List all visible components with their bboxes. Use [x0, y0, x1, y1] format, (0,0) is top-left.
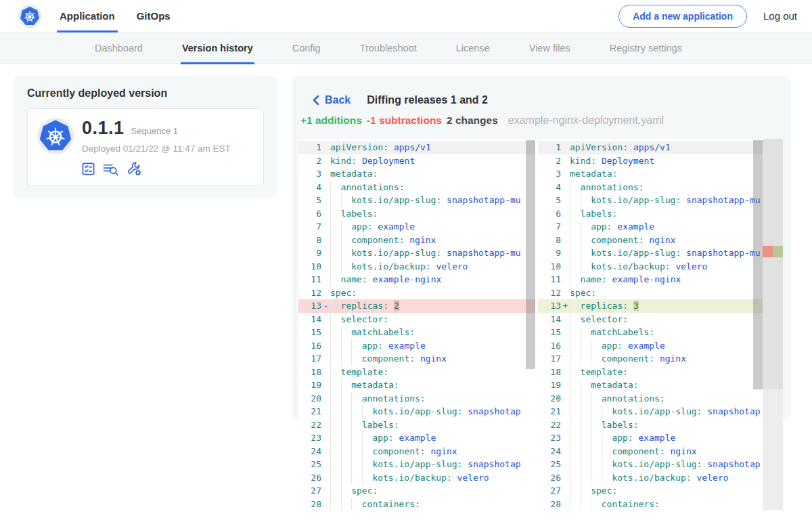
diff-line: 11name: example-nginx — [298, 273, 535, 286]
diff-filename: example-nginx-deployment.yaml — [508, 114, 664, 127]
diff-line: 1apiVersion: apps/v1 — [538, 141, 783, 154]
deployed-version-card: 0.1.1 Sequence 1 Deployed 01/21/22 @ 11:… — [27, 108, 264, 186]
diff-line: 14selector: — [298, 313, 535, 326]
diff-line: 27spec: — [538, 484, 783, 498]
original-code: 1apiVersion: apps/v12kind: Deployment3me… — [298, 141, 535, 510]
back-chevron-icon — [313, 95, 319, 106]
kubernetes-logo — [18, 5, 41, 28]
subnav-item-registry-settings[interactable]: Registry settings — [610, 32, 682, 64]
subnav-item-dashboard[interactable]: Dashboard — [95, 32, 143, 64]
subnav-item-version-history[interactable]: Version history — [182, 32, 253, 64]
changes-count: 2 changes — [447, 114, 498, 127]
diff-header: Back Diffing releases 1 and 2 — [313, 94, 790, 106]
diff-line: 7app: example — [538, 220, 783, 234]
diff-pane-original[interactable]: 1apiVersion: apps/v12kind: Deployment3me… — [298, 139, 535, 510]
diff-line: 10kots.io/backup: velero — [538, 260, 783, 274]
diff-line: 20annotations: — [538, 392, 783, 406]
diff-line: 4annotations: — [298, 181, 535, 194]
additions-count: +1 additions — [300, 114, 362, 127]
release-notes-icon[interactable] — [81, 161, 96, 177]
ruler-viewport — [763, 139, 783, 389]
diff-line: 5kots.io/app-slug: snapshotapp-mu — [538, 194, 783, 207]
diff-line: 12spec: — [298, 286, 535, 300]
version-label: 0.1.1 — [82, 118, 125, 139]
deployed-version-details: 0.1.1 Sequence 1 Deployed 01/21/22 @ 11:… — [82, 118, 231, 177]
diff-line: 6labels: — [538, 207, 783, 221]
diff-line: 26kots.io/backup: velero — [538, 471, 783, 485]
top-nav: Application GitOps Add a new application… — [0, 0, 812, 32]
diff-line: 25kots.io/app-slug: snapshotap — [538, 458, 783, 471]
diff-line: 4annotations: — [538, 181, 783, 194]
diff-line: 14selector: — [538, 313, 783, 326]
subnav-item-view-files[interactable]: View files — [529, 32, 570, 64]
diff-line: 6labels: — [298, 207, 535, 221]
diff-line: 7app: example — [298, 220, 535, 234]
deployed-card-title: Currently deployed version — [27, 87, 264, 100]
ruler-removed-mark — [763, 246, 773, 257]
diff-line: 24component: nginx — [538, 445, 783, 458]
diff-line: 2kind: Deployment — [298, 154, 535, 168]
diff-line: 9kots.io/app-slug: snapshotapp-mu — [298, 246, 535, 260]
diff-line: 18template: — [298, 366, 535, 379]
subnav-item-troubleshoot[interactable]: Troubleshoot — [360, 32, 417, 64]
diff-line: 22labels: — [298, 418, 535, 432]
sequence-label: Sequence 1 — [131, 126, 178, 136]
diff-line: 3metadata: — [298, 167, 535, 181]
subnav-item-license[interactable]: License — [456, 32, 490, 64]
diff-line: 5kots.io/app-slug: snapshotapp-mu — [298, 194, 535, 207]
edit-config-icon[interactable] — [126, 160, 143, 177]
diff-line: 19metadata: — [538, 378, 783, 392]
diff-line: 27spec: — [298, 484, 535, 498]
diff-line: 15matchLabels: — [538, 326, 783, 339]
scrollbar-thumb[interactable] — [753, 140, 763, 389]
tab-gitops[interactable]: GitOps — [137, 0, 171, 32]
diff-line: 17component: nginx — [298, 352, 535, 366]
currently-deployed-card: Currently deployed version 0.1.1 Sequenc… — [14, 76, 277, 198]
diff-line: 17component: nginx — [538, 352, 783, 366]
diff-editor: 1apiVersion: apps/v12kind: Deployment3me… — [298, 139, 783, 510]
logout-button[interactable]: Log out — [763, 10, 797, 22]
diff-line: 22labels: — [538, 418, 783, 432]
diff-pane-modified[interactable]: 1apiVersion: apps/v12kind: Deployment3me… — [538, 139, 783, 510]
diff-line: 12spec: — [538, 286, 783, 300]
back-button[interactable]: Back — [313, 94, 351, 106]
diff-line: 8component: nginx — [298, 234, 535, 247]
diff-line: 16app: example — [538, 339, 783, 353]
tab-application[interactable]: Application — [60, 0, 115, 32]
diff-line: 3metadata: — [538, 167, 783, 181]
modified-code: 1apiVersion: apps/v12kind: Deployment3me… — [538, 141, 783, 510]
diff-line: 9kots.io/app-slug: snapshotapp-mu — [538, 246, 783, 260]
add-application-button[interactable]: Add a new application — [618, 5, 747, 28]
overview-ruler — [763, 139, 783, 510]
diff-line: 28containers: — [298, 498, 535, 511]
scrollbar-thumb[interactable] — [526, 140, 535, 369]
deploy-logs-icon[interactable] — [102, 161, 120, 177]
diff-title: Diffing releases 1 and 2 — [367, 94, 488, 106]
ruler-added-mark — [773, 246, 783, 257]
version-action-icons — [81, 160, 231, 177]
subtractions-count: -1 subtractions — [367, 114, 442, 127]
diff-line: 19metadata: — [298, 378, 535, 392]
diff-line: 25kots.io/app-slug: snapshotap — [298, 458, 535, 471]
diff-line: 23app: example — [298, 431, 535, 445]
diff-line: 21kots.io/app-slug: snapshotap — [298, 405, 535, 418]
deployed-timestamp: Deployed 01/21/22 @ 11:47 am EST — [82, 144, 231, 154]
diff-line: 18template: — [538, 366, 783, 379]
diff-line: 20annotations: — [298, 392, 535, 406]
diff-line: 28containers: — [538, 498, 783, 511]
subnav-item-config[interactable]: Config — [292, 32, 321, 64]
diff-line: 24component: nginx — [298, 445, 535, 458]
diff-line: 13+replicas: 3 — [538, 299, 783, 313]
diff-line: 15matchLabels: — [298, 326, 535, 339]
diff-line: 26kots.io/backup: velero — [298, 471, 535, 485]
diff-line: 13-replicas: 2 — [298, 299, 535, 313]
diff-line: 11name: example-nginx — [538, 273, 783, 286]
diff-line: 23app: example — [538, 431, 783, 445]
diff-line: 16app: example — [298, 339, 535, 353]
app-kubernetes-icon — [37, 118, 74, 177]
subnav: DashboardVersion historyConfigTroublesho… — [0, 32, 812, 64]
app-tabs: Application GitOps — [60, 0, 171, 32]
diff-line: 21kots.io/app-slug: snapshotap — [538, 405, 783, 418]
diff-stats: +1 additions -1 subtractions 2 changes e… — [300, 114, 790, 127]
diff-panel: Back Diffing releases 1 and 2 +1 additio… — [292, 76, 790, 420]
